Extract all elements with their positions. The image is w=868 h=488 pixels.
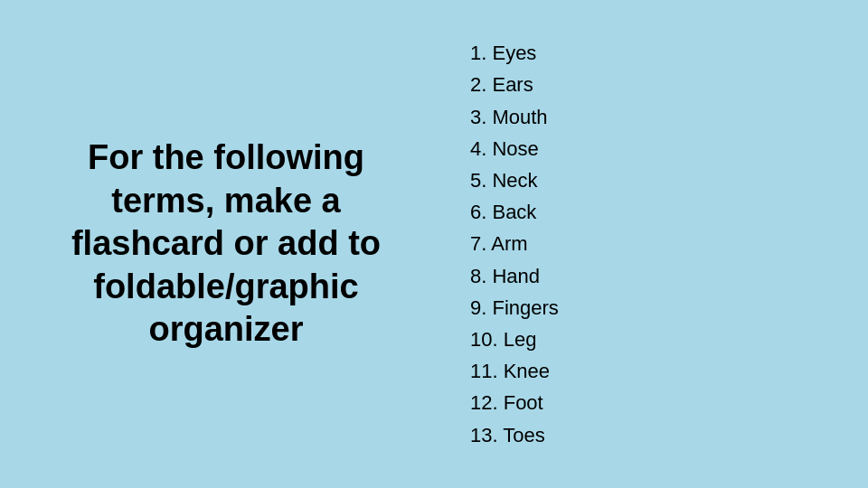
list-item: 2. Ears — [470, 69, 814, 100]
list-item: 5. Neck — [470, 164, 814, 196]
list-item: 9. Fingers — [470, 292, 814, 324]
list-item: 3. Mouth — [470, 101, 814, 133]
list-item: 11. Knee — [470, 355, 814, 387]
list-item: 12. Foot — [470, 387, 814, 418]
list-item: 1. Eyes — [470, 37, 814, 69]
left-panel: For the following terms, make a flashcar… — [54, 136, 434, 352]
list-item: 8. Hand — [470, 260, 814, 292]
instruction-text: For the following terms, make a flashcar… — [54, 136, 398, 352]
right-panel: 1. Eyes2. Ears3. Mouth4. Nose5. Neck6. B… — [434, 37, 814, 450]
main-container: For the following terms, make a flashcar… — [0, 0, 868, 488]
list-item: 4. Nose — [470, 133, 814, 164]
list-item: 6. Back — [470, 196, 814, 228]
list-item: 7. Arm — [470, 228, 814, 259]
list-item: 13. Toes — [470, 419, 814, 451]
list-item: 10. Leg — [470, 324, 814, 355]
